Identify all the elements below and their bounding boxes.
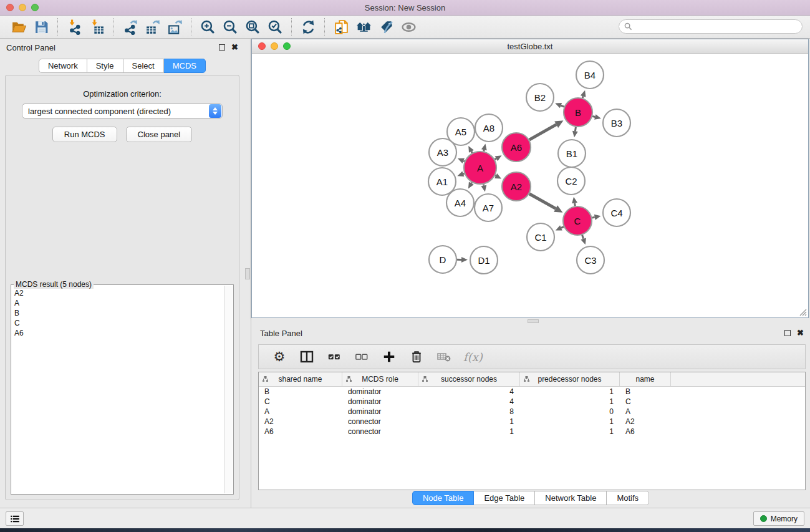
maximize-network-button[interactable] — [283, 42, 291, 50]
import-network-button[interactable] — [63, 17, 85, 36]
tab-style[interactable]: Style — [87, 59, 123, 73]
delete-column-button[interactable] — [407, 348, 426, 365]
export-table-button[interactable] — [141, 17, 163, 36]
search-input[interactable] — [632, 22, 802, 31]
table-row[interactable]: Cdominator41C — [259, 397, 805, 407]
home-button[interactable] — [352, 17, 375, 36]
mcds-result-item[interactable]: B — [14, 308, 221, 318]
graph-edge-C-C1[interactable] — [561, 227, 564, 228]
float-panel-icon[interactable] — [219, 44, 225, 51]
tab-mcds[interactable]: MCDS — [164, 59, 206, 73]
close-panel-icon[interactable]: ✖ — [797, 330, 804, 336]
resize-grip-icon[interactable] — [797, 306, 807, 316]
mcds-list-scrollbar[interactable] — [224, 286, 233, 493]
minimize-window-button[interactable] — [19, 4, 26, 11]
select-all-columns-button[interactable] — [325, 348, 344, 365]
panel-splitter-vertical[interactable] — [244, 39, 251, 508]
function-builder-button[interactable]: f(x) — [462, 348, 483, 365]
panel-splitter-horizontal[interactable] — [251, 318, 810, 324]
table-cell: dominator — [342, 397, 418, 407]
mcds-result-item[interactable]: A2 — [14, 288, 221, 298]
network-window-titlebar[interactable]: testGlobe.txt — [252, 39, 808, 54]
column-header-shared-name[interactable]: shared name — [259, 372, 342, 386]
graph-edge-A-A8[interactable] — [484, 150, 485, 151]
task-history-button[interactable] — [6, 511, 24, 526]
close-panel-button[interactable]: Close panel — [126, 127, 193, 142]
run-mcds-button[interactable]: Run MCDS — [52, 127, 117, 142]
zoom-fit-button[interactable] — [241, 17, 264, 36]
refresh-icon — [301, 19, 316, 35]
graph-node-label: B1 — [566, 148, 577, 159]
graph-node-label: C — [574, 216, 581, 226]
graph-edge-C-C3[interactable] — [582, 235, 584, 239]
table-row[interactable]: Adominator80A — [259, 407, 805, 417]
tab-motifs[interactable]: Motifs — [607, 491, 649, 505]
close-network-button[interactable] — [258, 42, 266, 50]
zoom-in-button[interactable] — [196, 17, 219, 36]
unselect-all-columns-button[interactable] — [352, 348, 371, 365]
hide-annotations-button[interactable] — [375, 17, 397, 36]
search-field[interactable] — [619, 19, 803, 34]
apply-layout-button[interactable] — [297, 17, 319, 36]
network-canvas[interactable]: B4B2BB3A5A8A6A3B1AA1C2A2A4A7C4CC1DD1C3 — [252, 54, 808, 317]
close-window-button[interactable] — [6, 4, 14, 11]
graph-edge-A-A2[interactable] — [495, 175, 496, 176]
export-image-button[interactable] — [163, 17, 186, 36]
graph-edge-A-A1[interactable] — [463, 173, 465, 174]
splitter-handle[interactable] — [245, 268, 250, 279]
tab-network-table[interactable]: Network Table — [535, 491, 607, 505]
graph-edge-A6-B[interactable] — [529, 125, 556, 140]
table-row[interactable]: Bdominator41B — [259, 387, 805, 397]
mcds-result-item[interactable]: A — [14, 298, 221, 308]
graph-edge-B-B4[interactable] — [582, 96, 583, 98]
table-options-button[interactable]: ⚙ — [270, 348, 289, 365]
main-toolbar — [0, 16, 810, 39]
column-header-name[interactable]: name — [620, 372, 671, 386]
export-image-icon — [167, 19, 183, 35]
export-network-button[interactable] — [118, 17, 141, 36]
zoom-out-button[interactable] — [219, 17, 241, 36]
column-header-MCDS-role[interactable]: MCDS role — [342, 372, 418, 386]
tab-node-table[interactable]: Node Table — [412, 491, 475, 505]
minimize-network-button[interactable] — [271, 42, 278, 50]
create-column-button[interactable] — [380, 348, 398, 365]
graph-edge-C-C4[interactable] — [592, 217, 595, 218]
tab-edge-table[interactable]: Edge Table — [474, 491, 535, 505]
graph-edge-A-A3[interactable] — [463, 161, 465, 162]
close-panel-icon[interactable]: ✖ — [231, 44, 238, 51]
export-network-icon — [122, 19, 138, 35]
table-cell: A6 — [620, 427, 671, 437]
table-row[interactable]: A2connector11A2 — [259, 417, 805, 427]
table-row[interactable]: A6connector11A6 — [259, 427, 805, 437]
maximize-window-button[interactable] — [31, 4, 39, 11]
mcds-result-item[interactable]: A6 — [14, 328, 221, 338]
graph-edge-A-A5[interactable] — [471, 152, 472, 153]
float-panel-icon[interactable] — [784, 330, 791, 336]
column-header-label: MCDS role — [362, 375, 398, 384]
optimization-criterion-select[interactable]: largest connected component (directed) — [22, 104, 223, 118]
tab-network[interactable]: Network — [39, 59, 87, 73]
graph-edge-A-A4[interactable] — [471, 182, 472, 183]
splitter-handle[interactable] — [528, 319, 539, 323]
show-hide-details-button[interactable] — [397, 17, 420, 36]
graph-edge-B-B1[interactable] — [575, 127, 576, 132]
import-table-button[interactable] — [85, 17, 108, 36]
graph-edge-C-C2[interactable] — [575, 203, 576, 206]
graph-edge-A-A6[interactable] — [494, 158, 496, 159]
delete-table-button[interactable] — [435, 348, 453, 365]
column-header-predecessor-nodes[interactable]: predecessor nodes — [520, 372, 620, 386]
graph-edge-B-B2[interactable] — [561, 105, 564, 107]
memory-button[interactable]: Memory — [753, 511, 804, 526]
mcds-result-item[interactable]: C — [14, 318, 221, 328]
column-header-successor-nodes[interactable]: successor nodes — [418, 372, 520, 386]
save-session-button[interactable] — [30, 17, 52, 36]
zoom-selected-button[interactable] — [264, 17, 286, 36]
mcds-tab-content: Optimization criterion: largest connecte… — [5, 75, 239, 500]
open-session-button[interactable] — [7, 17, 30, 36]
duplicate-network-button[interactable] — [330, 17, 352, 36]
toolbar-separator — [324, 18, 325, 36]
split-view-button[interactable] — [297, 348, 316, 365]
graph-edge-A2-C[interactable] — [529, 194, 556, 209]
graph-edge-B-B3[interactable] — [592, 116, 595, 117]
tab-select[interactable]: Select — [123, 59, 164, 73]
